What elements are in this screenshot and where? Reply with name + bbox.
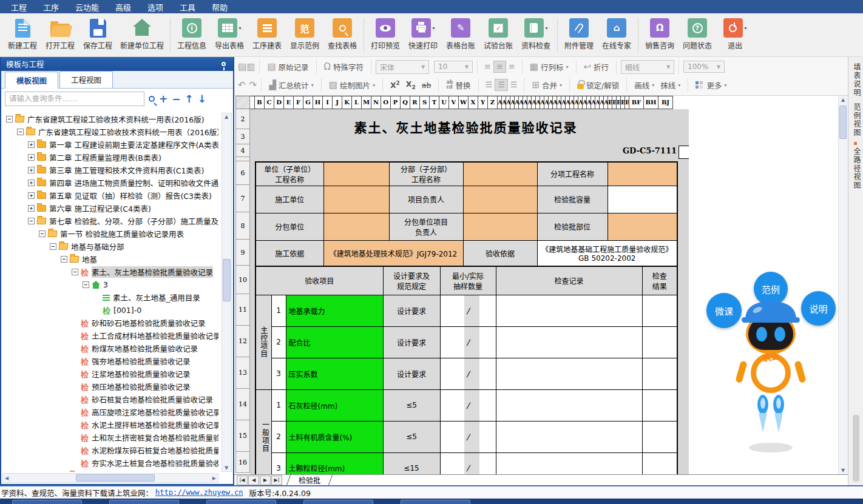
expand-icon[interactable]: +	[28, 180, 35, 186]
last-sheet-button[interactable]: ▶|	[271, 475, 282, 485]
pin-icon[interactable]	[222, 62, 226, 66]
cell[interactable]: 《建筑地基处理技术规范》JGJ79-2012	[323, 240, 463, 266]
column-header-AN[interactable]: AN	[553, 96, 557, 109]
expand-icon[interactable]: +	[28, 141, 35, 148]
column-header-AZ[interactable]: AZ	[604, 96, 608, 109]
row-header-2[interactable]: 2	[235, 109, 250, 129]
tree-item[interactable]: −地基与基础分部	[4, 240, 218, 253]
dropdown-arrow-icon[interactable]: ▾	[546, 25, 548, 31]
cell[interactable]: /	[440, 452, 496, 474]
column-header-BA[interactable]: BA	[608, 96, 612, 109]
taskbar-window[interactable]	[109, 500, 179, 504]
dropdown-arrow-icon[interactable]: ▾	[745, 25, 747, 31]
cell[interactable]: 施工单位	[256, 186, 323, 213]
collapse-icon[interactable]: −	[17, 129, 24, 135]
column-header-AH[interactable]: AH	[527, 96, 532, 109]
column-header-AQ[interactable]: AQ	[566, 96, 570, 109]
column-header-AY[interactable]: AY	[600, 96, 604, 109]
tree-item[interactable]: −检素土、灰土地基检验批质量验收记录	[4, 266, 218, 278]
cell[interactable]: ≤5	[383, 389, 440, 421]
expand-icon[interactable]: +	[28, 154, 35, 161]
undo-icon[interactable]: ↶	[238, 81, 246, 90]
tree-item[interactable]: 检预压地基检验批质量验收记录	[4, 380, 218, 393]
row-header-16[interactable]: 16	[235, 452, 250, 473]
column-header-D[interactable]: D	[274, 96, 284, 109]
row-header-13[interactable]: 13	[235, 357, 250, 389]
header-cell[interactable]: 检查记录	[496, 266, 642, 295]
toolbar-button-新建单位工程[interactable]: 新建单位工程	[117, 16, 168, 52]
cell[interactable]: 分包单位	[256, 213, 323, 240]
column-header-H[interactable]: H	[313, 96, 323, 109]
toolbar-button-打开工程[interactable]: 打开工程	[41, 16, 79, 52]
column-header-AS[interactable]: AS	[574, 96, 578, 109]
cell[interactable]: 1	[271, 295, 286, 326]
toolbar-button-销售咨询[interactable]: Ω销售咨询	[641, 16, 679, 52]
cell[interactable]: 2	[271, 421, 286, 452]
column-header-Z[interactable]: Z	[488, 96, 498, 109]
scroll-left-icon[interactable]: ◀	[5, 475, 8, 481]
draw-line-button[interactable]: 画线▾	[631, 78, 657, 93]
tree-item[interactable]: 检砂和砂石地基检验批质量验收记录	[4, 317, 218, 329]
collapse-all-icon[interactable]: −	[172, 93, 180, 105]
toolbar-button-资料检查[interactable]: ▾资料检查	[517, 16, 555, 52]
cell[interactable]	[642, 421, 677, 452]
align-center-icon[interactable]: ☰	[495, 79, 508, 91]
column-header-S[interactable]: S	[420, 96, 430, 109]
subscript-button[interactable]: X2	[403, 78, 419, 92]
column-header-AJ[interactable]: AJ	[536, 96, 540, 109]
row-header-12[interactable]: 12	[235, 326, 250, 357]
row-header-3[interactable]: 3	[235, 129, 250, 144]
cell[interactable]	[463, 162, 537, 186]
header-cell[interactable]: 设计要求及 规范规定	[383, 266, 440, 295]
menu-item-工程[interactable]: 工程	[11, 1, 27, 13]
column-header-N[interactable]: N	[371, 96, 381, 109]
erase-line-button[interactable]: 抹线▾	[657, 78, 683, 93]
column-header-BJ[interactable]: BJ	[658, 96, 673, 109]
tree-item[interactable]: 检高压旋喷注浆地基检验批质量验收记录	[4, 406, 218, 418]
scroll-thumb[interactable]	[839, 106, 847, 139]
column-header-AE[interactable]: AE	[515, 96, 519, 109]
cell[interactable]: 分包单位项目 负责人	[389, 213, 463, 240]
tree-item[interactable]: 素土、灰土地基_通用目录	[4, 291, 218, 304]
cell[interactable]: 验收依据	[463, 240, 537, 266]
row-header-11[interactable]: 11	[235, 294, 250, 326]
tree-item[interactable]: 检水泥粉煤灰碎石桩复合地基检验批质量	[4, 444, 218, 457]
collapse-icon[interactable]: −	[6, 116, 13, 123]
toolbar-button-打印预览[interactable]: 打印预览	[367, 16, 404, 52]
cell[interactable]	[642, 452, 677, 474]
cell[interactable]: 压实系数	[286, 358, 383, 389]
column-header-M[interactable]: M	[362, 96, 371, 109]
sheet-vertical-scrollbar[interactable]: ▲ ▼	[838, 96, 848, 474]
column-header-AM[interactable]: AM	[549, 96, 553, 109]
row-header-10[interactable]: 10	[235, 266, 250, 294]
column-header-P[interactable]: P	[391, 96, 401, 109]
collapse-icon[interactable]: −	[28, 218, 35, 224]
assistant-robot[interactable]	[728, 300, 813, 455]
column-header-I[interactable]: I	[323, 96, 333, 109]
cell[interactable]	[496, 421, 642, 452]
row-col-header-button[interactable]: ▦行列标▾	[527, 59, 572, 75]
toolbar-button-在线专家[interactable]: ⌂在线专家	[598, 16, 635, 52]
column-header-AO[interactable]: AO	[557, 96, 561, 109]
column-header-AP[interactable]: AP	[561, 96, 566, 109]
toolbar-button-保存工程[interactable]: 保存工程	[79, 16, 117, 52]
merge-cells-button[interactable]: ⊞合并▾	[529, 78, 565, 93]
tree-item[interactable]: +基础	[4, 469, 218, 472]
tree-item[interactable]: 检[001]-0	[4, 304, 218, 317]
cell[interactable]	[642, 295, 677, 326]
tree-vertical-scrollbar[interactable]: ▲ ▼	[222, 113, 232, 472]
special-char-button[interactable]: Ω特殊字符	[321, 59, 367, 75]
header-cell[interactable]: 最小/实际 抽样数量	[440, 266, 496, 295]
menu-item-云功能[interactable]: 云功能	[75, 1, 99, 13]
next-sheet-button[interactable]: ▶	[260, 475, 271, 485]
align-left-icon[interactable]: ☰	[483, 79, 495, 90]
cell[interactable]	[607, 213, 677, 240]
tree-horizontal-scrollbar[interactable]: ◀ ▶	[2, 473, 218, 483]
redo-icon[interactable]: ↷	[249, 81, 257, 90]
toolbar-button-工序建表[interactable]: 工序建表	[248, 16, 286, 52]
expand-icon[interactable]: +	[28, 192, 35, 199]
cell[interactable]: 设计要求	[383, 295, 440, 326]
group-cell[interactable]: 主控项目	[256, 295, 271, 389]
cell[interactable]: 2	[271, 326, 286, 358]
column-header-O[interactable]: O	[381, 96, 391, 109]
